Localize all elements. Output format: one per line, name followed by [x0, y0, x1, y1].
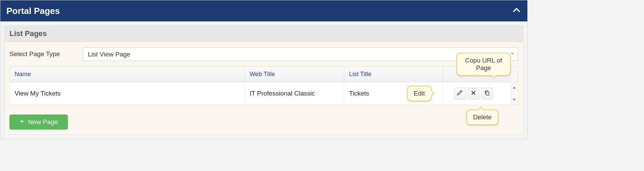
close-icon — [470, 90, 476, 98]
cell-name: View My Tickets — [10, 82, 245, 105]
copy-url-button[interactable] — [481, 88, 493, 99]
callout-copy-url: Copu URL of Page — [456, 53, 511, 76]
callout-edit: Edit — [407, 86, 432, 101]
callout-delete: Delete — [466, 109, 499, 125]
table-row[interactable]: View My Tickets IT Professional Classic … — [10, 82, 518, 105]
copy-icon — [484, 90, 490, 98]
scroll-cell — [511, 82, 518, 105]
svg-rect-2 — [486, 92, 489, 95]
delete-button[interactable] — [468, 88, 479, 99]
table-header-row: Name Web Title List Title — [10, 67, 518, 82]
panel-header: Portal Pages — [0, 0, 527, 21]
table-container: Name Web Title List Title View My Ticket… — [9, 66, 518, 105]
row-actions — [448, 88, 506, 99]
svg-marker-4 — [513, 99, 516, 101]
portal-pages-panel: Portal Pages List Pages Select Page Type… — [0, 0, 528, 139]
chevron-up-icon — [512, 10, 521, 16]
page-type-select[interactable]: List View Page — [83, 47, 518, 61]
scroll-up-icon[interactable] — [512, 84, 516, 91]
cell-actions — [443, 82, 511, 105]
collapse-toggle[interactable] — [512, 5, 521, 16]
section-title: List Pages — [5, 26, 523, 42]
svg-marker-3 — [513, 86, 516, 89]
scroll-down-icon[interactable] — [512, 96, 516, 103]
footer-row: New Page — [5, 110, 523, 134]
col-header-scroll — [511, 67, 518, 82]
edit-button[interactable] — [454, 88, 466, 99]
new-page-button[interactable]: New Page — [9, 115, 68, 130]
col-header-list-title[interactable]: List Title — [344, 67, 443, 82]
plus-icon — [19, 118, 25, 126]
col-header-web-title[interactable]: Web Title — [245, 67, 344, 82]
new-page-label: New Page — [28, 118, 58, 126]
page-type-select-wrap: List View Page — [83, 47, 518, 61]
pencil-icon — [457, 90, 463, 98]
cell-web-title: IT Professional Classic — [245, 82, 344, 105]
filter-label: Select Page Type — [9, 50, 83, 58]
filter-row: Select Page Type List View Page — [5, 42, 523, 66]
pages-table: Name Web Title List Title View My Ticket… — [9, 66, 518, 105]
list-pages-section: List Pages Select Page Type List View Pa… — [4, 25, 523, 135]
col-header-name[interactable]: Name — [10, 67, 245, 82]
panel-title: Portal Pages — [6, 6, 60, 16]
